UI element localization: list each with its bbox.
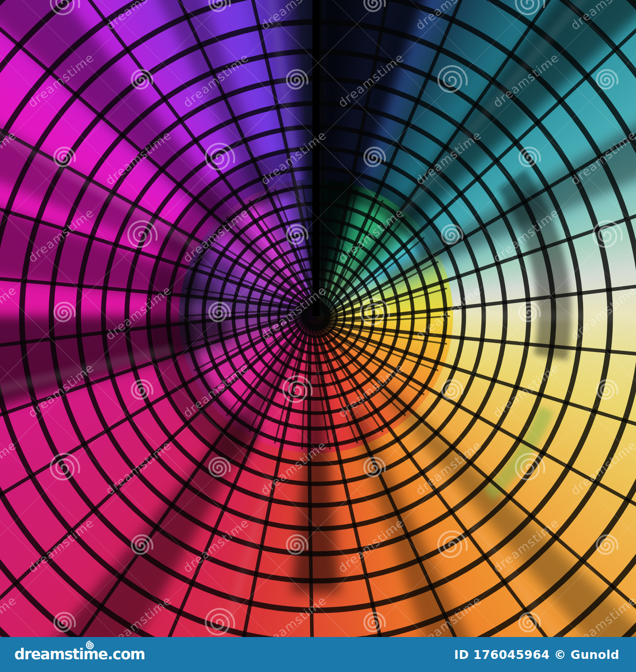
watermark-spiral-icon — [132, 380, 152, 399]
watermark-text: dreamstime — [25, 50, 97, 110]
watermark-spiral-icon — [438, 66, 467, 92]
watermark-text: dreamstime — [491, 205, 562, 265]
watermark-spiral-icon — [442, 380, 462, 399]
watermark-text: dreamstime — [258, 0, 329, 33]
watermark-text: dreamstime — [413, 283, 484, 343]
watermark-text: dreamstime — [0, 0, 19, 33]
dreamstime-logo: dreamstime.com — [14, 637, 145, 672]
watermark-tile-layer: dreamstimedreamstimedreamstimedreamstime… — [0, 0, 636, 637]
watermark-text: dreamstime — [491, 50, 562, 110]
watermark-text: dreamstime — [180, 515, 252, 575]
watermark-spiral-icon — [364, 458, 385, 476]
watermark-text: dreamstime — [25, 515, 97, 575]
watermark-spiral-icon — [132, 535, 152, 554]
watermark-spiral-icon — [128, 221, 157, 247]
watermark-spiral-icon — [209, 0, 230, 11]
watermark-spiral-icon — [287, 535, 307, 554]
watermark-text: dreamstime — [180, 205, 252, 265]
watermark-text: dreamstime — [0, 283, 19, 343]
watermark-text: dreamstime — [335, 360, 407, 420]
watermark-spiral-icon — [442, 225, 462, 244]
watermark-text: dreamstime — [103, 283, 174, 343]
watermark-text: dreamstime — [258, 128, 329, 188]
watermark-spiral-icon — [209, 458, 230, 476]
watermark-text: dreamstime — [103, 438, 174, 498]
watermark-spiral-icon — [54, 613, 75, 631]
watermark-text: dreamstime — [0, 438, 19, 498]
watermark-spiral-icon — [519, 148, 540, 166]
watermark-spiral-icon — [438, 531, 467, 557]
watermark-spiral-icon — [206, 144, 235, 169]
watermark-spiral-icon — [593, 221, 622, 247]
watermark-text: dreamstime — [568, 0, 636, 33]
dreamstime-logo-text: dreamstime.com — [14, 646, 145, 663]
watermark-footer-bar: dreamstime.com ID 176045964 © Gunold — [0, 637, 636, 672]
watermark-spiral-icon — [516, 454, 545, 480]
watermark-text: dreamstime — [103, 0, 174, 33]
watermark-text: dreamstime — [413, 128, 484, 188]
watermark-text: dreamstime — [25, 205, 97, 265]
watermark-spiral-icon — [51, 0, 80, 14]
watermark-spiral-icon — [283, 376, 312, 402]
watermark-spiral-icon — [51, 454, 80, 480]
watermark-text: dreamstime — [103, 128, 174, 188]
watermark-spiral-icon — [54, 303, 75, 321]
watermark-text: dreamstime — [568, 128, 636, 188]
watermark-text: dreamstime — [25, 360, 97, 420]
watermark-spiral-icon — [364, 0, 385, 11]
watermark-text: dreamstime — [413, 438, 484, 498]
artwork-image: dreamstimedreamstimedreamstimedreamstime… — [0, 0, 636, 637]
watermark-spiral-icon — [364, 613, 385, 631]
watermark-text: dreamstime — [568, 593, 636, 637]
watermark-text: dreamstime — [103, 593, 174, 637]
watermark-spiral-icon — [206, 609, 235, 635]
watermark-spiral-icon — [209, 303, 230, 321]
watermark-spiral-icon — [364, 148, 385, 166]
watermark-text: dreamstime — [491, 360, 562, 420]
watermark-spiral-icon — [287, 225, 307, 244]
watermark-text: dreamstime — [180, 50, 252, 110]
watermark-spiral-icon — [287, 70, 307, 89]
watermark-text: dreamstime — [413, 593, 484, 637]
watermark-spiral-icon — [519, 303, 540, 321]
watermark-text: dreamstime — [258, 438, 329, 498]
watermark-text: dreamstime — [335, 205, 407, 265]
watermark-text: dreamstime — [491, 515, 562, 575]
watermark-spiral-icon — [597, 535, 617, 554]
watermark-text: dreamstime — [258, 593, 329, 637]
watermark-text: dreamstime — [413, 0, 484, 33]
dreamstime-spiral-icon — [85, 640, 95, 651]
watermark-spiral-icon — [519, 613, 540, 631]
watermark-text: dreamstime — [568, 283, 636, 343]
watermark-spiral-icon — [516, 0, 545, 14]
watermark-text: dreamstime — [180, 360, 252, 420]
watermark-spiral-icon — [597, 70, 617, 89]
watermark-spiral-icon — [361, 299, 390, 324]
watermark-text: dreamstime — [258, 283, 329, 343]
watermark-text: dreamstime — [568, 438, 636, 498]
image-id-text: ID 176045964 © Gunold — [454, 648, 619, 662]
watermark-text: dreamstime — [335, 515, 407, 575]
stock-photo-preview: dreamstimedreamstimedreamstimedreamstime… — [0, 0, 636, 672]
watermark-spiral-icon — [132, 70, 152, 89]
watermark-text: dreamstime — [0, 128, 19, 188]
watermark-spiral-icon — [597, 380, 617, 399]
watermark-text: dreamstime — [335, 50, 407, 110]
watermark-text: dreamstime — [0, 593, 19, 637]
watermark-spiral-icon — [54, 148, 75, 166]
